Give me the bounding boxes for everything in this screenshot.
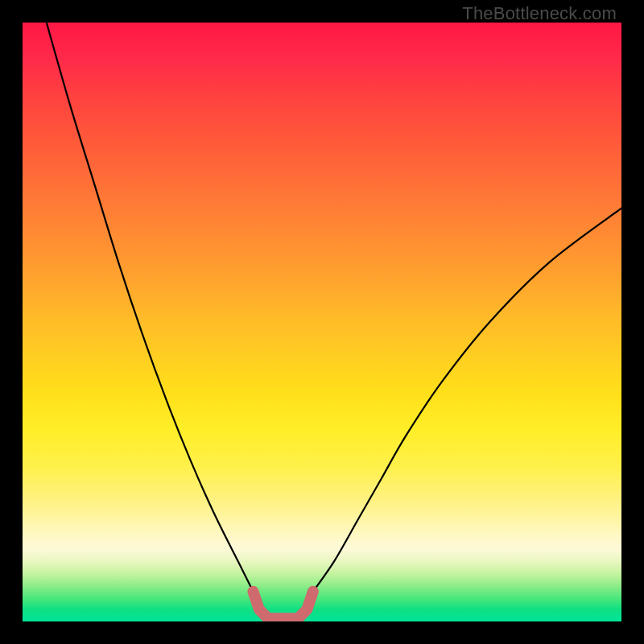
right-curve [313, 208, 621, 592]
chart-frame: TheBottleneck.com [0, 0, 644, 644]
watermark-text: TheBottleneck.com [462, 3, 617, 24]
bottom-highlight [253, 592, 312, 618]
left-curve [47, 23, 254, 592]
chart-plot-area [23, 23, 621, 621]
chart-curves-layer [23, 23, 621, 621]
